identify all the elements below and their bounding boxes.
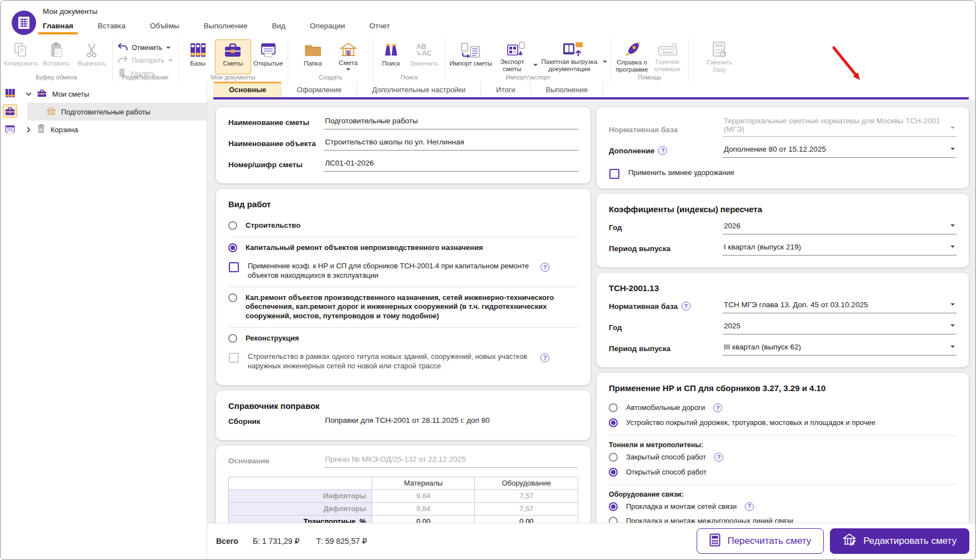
radio-checked-icon[interactable]: [609, 502, 618, 511]
normative-base-label: Нормативная база: [609, 126, 723, 137]
checkbox-tsn2001-4[interactable]: Применение коэф. к НР и СП для сборников…: [228, 257, 578, 285]
tree-node-estimate[interactable]: Подготовительные работы: [27, 103, 207, 121]
menu-tab-volumes[interactable]: Объёмы: [150, 22, 179, 34]
hotkeys-button[interactable]: Горячие клавиши: [650, 41, 685, 73]
tab-design[interactable]: Оформление: [282, 82, 357, 97]
tab-totals[interactable]: Итоги: [481, 82, 530, 97]
replace-button[interactable]: AB ↳AC Заменить: [407, 41, 442, 73]
tsn13-year-select[interactable]: 2025: [723, 322, 957, 334]
chevron-down-icon[interactable]: [25, 92, 32, 96]
paste-button[interactable]: Вставить: [39, 41, 74, 73]
export-dropdown-icon[interactable]: [533, 64, 538, 68]
estimate-name-input[interactable]: Подготовительные работы: [324, 117, 578, 129]
menu-tab-operations[interactable]: Операции: [310, 22, 345, 34]
tsn13-base-select[interactable]: ТСН МГЭ глава 13. Доп. 45 от 03.10.2025: [723, 301, 957, 313]
radio-comm-lines[interactable]: Прокладка и монтаж междугородных линий с…: [609, 514, 957, 523]
radio-paths[interactable]: Устройство покрытий дорожек, тротуаров, …: [609, 416, 957, 431]
indices-period-select[interactable]: I квартал (выпуск 219): [723, 243, 957, 256]
strip-opened-icon[interactable]: [3, 123, 17, 136]
tree-node-my-estimates[interactable]: Мои сметы: [18, 85, 207, 103]
batch-export-button[interactable]: Пакетная выгрузка документации: [539, 41, 607, 73]
open-documents-icon: [260, 41, 277, 59]
object-name-input[interactable]: Строительство школы по ул. Неглинная: [324, 138, 578, 151]
copy-button[interactable]: Копировать: [4, 41, 38, 73]
import-estimate-button[interactable]: Импорт сметы: [449, 41, 493, 73]
radio-icon[interactable]: [609, 517, 618, 523]
menu-tab-insert[interactable]: Вставка: [98, 22, 126, 34]
help-icon[interactable]: [682, 302, 690, 311]
radio-reconstruction[interactable]: Реконструкция: [228, 329, 578, 348]
strip-estimates-icon[interactable]: [3, 104, 17, 118]
menu-tab-home[interactable]: Главная: [43, 22, 73, 34]
copy-icon: [13, 41, 29, 59]
basis-input[interactable]: Приказ № МКЭ-ОД/25-132 от 22.12.2025: [324, 455, 578, 468]
main-content: Наименование сметы Подготовительные рабо…: [207, 99, 975, 523]
radio-comm-nets[interactable]: Прокладка и монтаж сетей связи: [609, 499, 957, 514]
create-estimate-dropdown-icon[interactable]: [346, 68, 351, 73]
opened-button[interactable]: Открытые: [252, 41, 284, 73]
help-icon[interactable]: [745, 502, 754, 511]
tab-extra-settings[interactable]: Дополнительные настройки: [357, 82, 481, 97]
replace-icon: AB ↳AC: [417, 41, 432, 59]
undo-dropdown-icon[interactable]: [166, 47, 171, 51]
help-icon[interactable]: [658, 146, 667, 155]
help-icon[interactable]: [713, 403, 722, 412]
radio-checked-icon[interactable]: [228, 243, 237, 252]
radio-icon[interactable]: [609, 453, 618, 462]
edit-estimate-button[interactable]: Редактировать смету: [830, 528, 969, 554]
radio-open-method[interactable]: Открытый способ работ: [609, 465, 957, 480]
card-normative-base: Нормативная база Территориальные сметные…: [597, 107, 969, 188]
radio-checked-icon[interactable]: [609, 468, 618, 477]
menu-tab-view[interactable]: Вид: [272, 22, 285, 34]
checkbox-single-title[interactable]: Строительство в рамках одного титула нов…: [228, 348, 578, 376]
radio-checked-icon[interactable]: [609, 418, 618, 427]
tab-main[interactable]: Основные: [213, 82, 282, 97]
menu-tab-report[interactable]: Отчет: [369, 22, 390, 34]
redo-button[interactable]: Повторить: [118, 56, 173, 66]
tsn13-period-select[interactable]: III квартал (выпуск 62): [723, 343, 957, 356]
radio-closed-method[interactable]: Закрытый способ работ: [609, 450, 957, 465]
redo-dropdown-icon[interactable]: [168, 59, 173, 64]
tab-execution[interactable]: Выполнение: [530, 82, 603, 97]
radio-icon[interactable]: [228, 221, 237, 230]
chevron-right-icon[interactable]: [25, 127, 32, 133]
radio-icon[interactable]: [228, 334, 237, 343]
estimates-button[interactable]: Сметы: [215, 39, 251, 74]
normative-base-select[interactable]: Территориальные сметные нормативы для Мо…: [723, 117, 957, 137]
radio-capital-prod[interactable]: Кап.ремонт объектов производственного на…: [228, 289, 578, 326]
sidebar: Мои сметы Подготовительные работы Корзин…: [1, 82, 207, 559]
change-base-button[interactable]: Сменить базу: [702, 41, 737, 73]
strip-bases-icon[interactable]: [3, 86, 17, 99]
checkbox-icon[interactable]: [609, 169, 619, 179]
radio-construction[interactable]: Строительство: [228, 217, 578, 235]
recalculate-button[interactable]: Пересчитать смету: [697, 528, 824, 554]
help-icon[interactable]: [714, 453, 723, 462]
checkbox-icon[interactable]: [229, 262, 239, 272]
bases-button[interactable]: Базы: [182, 41, 214, 73]
help-icon[interactable]: [540, 353, 549, 362]
table-row: Транспортные, % 0,00 0,00: [229, 515, 578, 523]
radio-icon[interactable]: [609, 403, 618, 412]
addition-select[interactable]: Дополнение 80 от 15.12.2025: [723, 145, 957, 158]
menu-tab-execution[interactable]: Выполнение: [204, 22, 248, 34]
status-bar: Всего Б: 1 731,29 ₽ Т: 59 825,57 ₽ Перес…: [207, 523, 975, 559]
help-icon[interactable]: [540, 263, 549, 272]
tree-node-trash[interactable]: Корзина: [18, 121, 207, 138]
search-button[interactable]: Поиск: [377, 41, 406, 73]
about-button[interactable]: Справка о программе: [615, 41, 649, 73]
create-estimate-button[interactable]: Смета: [331, 41, 366, 73]
checkbox-winter[interactable]: Применить зимнее удорожание: [609, 166, 957, 179]
radio-capital-nonprod[interactable]: Капитальный ремонт объектов непроизводст…: [228, 239, 578, 257]
export-estimate-button[interactable]: Экспорт сметы: [494, 41, 538, 73]
radio-icon[interactable]: [228, 293, 237, 302]
batch-dropdown-icon[interactable]: [603, 61, 607, 65]
undo-button[interactable]: Отменить: [118, 43, 173, 53]
basis-label: Основание: [228, 457, 324, 468]
folder-button[interactable]: Папка: [296, 41, 330, 73]
corrections-book-value[interactable]: Поправки для ТСН-2001 от 28.11.2025 г. д…: [324, 416, 578, 428]
col-equipment: Оборудование: [475, 477, 578, 489]
cut-button[interactable]: Вырезать: [74, 41, 109, 73]
indices-year-select[interactable]: 2026: [723, 222, 957, 234]
radio-roads[interactable]: Автомобильные дороги: [609, 401, 957, 416]
estimate-code-input[interactable]: ЛС01-01-2026: [324, 159, 578, 172]
